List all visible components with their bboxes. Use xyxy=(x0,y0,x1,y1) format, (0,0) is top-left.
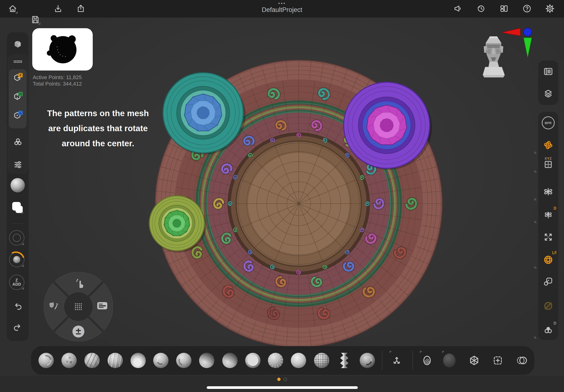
mesh-tool-icon xyxy=(13,72,23,83)
adjustments-button[interactable] xyxy=(12,159,24,170)
help-button[interactable] xyxy=(522,3,533,14)
frame-view-button[interactable] xyxy=(538,232,558,242)
draw-size-ring xyxy=(9,230,24,245)
lightbox-floor-button[interactable]: LF xyxy=(538,254,558,265)
bpr-label: BPR xyxy=(545,121,552,125)
smooth-brush-button[interactable] xyxy=(443,354,455,367)
quick-nav-wheel: ± xyxy=(44,272,113,341)
color-swatch-front xyxy=(15,206,23,213)
brush-snake-hook[interactable] xyxy=(268,353,283,368)
local-symmetry-button[interactable] xyxy=(538,160,558,169)
top-toolbar: ••• DefaultProject xyxy=(0,0,564,17)
brush-inflate[interactable] xyxy=(291,353,306,368)
brush-bulge[interactable] xyxy=(130,353,146,368)
megaphone-icon xyxy=(453,4,463,13)
thumbnail-silhouette xyxy=(32,28,93,70)
wheel-zoom-segment[interactable]: ± xyxy=(72,325,84,337)
share-icon xyxy=(76,4,85,13)
dynamesh-button[interactable] xyxy=(468,354,480,367)
redo-button[interactable] xyxy=(12,322,23,333)
zadd-mode-button[interactable]: Z ADD xyxy=(9,275,24,290)
undo-button[interactable] xyxy=(12,301,23,312)
tool-slot-mesh[interactable] xyxy=(12,72,24,84)
wheel-panel-segment[interactable] xyxy=(97,302,107,309)
brush-trim-angle[interactable] xyxy=(222,353,237,368)
radial-symmetry-button[interactable] xyxy=(516,354,528,367)
intensity-arc xyxy=(8,251,26,269)
save-button[interactable] xyxy=(30,14,41,25)
layout-icon xyxy=(499,4,509,13)
subtool-hexagons-button[interactable] xyxy=(12,136,24,148)
polypaint-badge: D xyxy=(553,321,556,325)
brush-clay-rock[interactable] xyxy=(61,353,77,368)
polypaint-button[interactable]: D xyxy=(538,325,558,335)
import-button[interactable] xyxy=(53,3,64,14)
move-gizmo-button[interactable] xyxy=(390,354,403,367)
color-swatch-button[interactable] xyxy=(12,202,24,214)
page-dot-2[interactable] xyxy=(283,378,287,381)
brush-swirl-buildup[interactable] xyxy=(39,353,54,368)
layout-button[interactable] xyxy=(498,3,509,14)
plus-minus-label: ± xyxy=(76,326,81,336)
layers-button[interactable] xyxy=(538,88,558,99)
panels-button[interactable] xyxy=(538,66,558,77)
lf-badge: LF xyxy=(552,251,557,255)
tutorial-caption: The patterns on the mesh are duplicates … xyxy=(33,106,163,151)
zadd-z-label: Z xyxy=(15,278,18,282)
project-title[interactable]: DefaultProject xyxy=(262,6,302,14)
brush-wave-pinch[interactable] xyxy=(153,353,168,368)
gizmo-cube-icon xyxy=(13,40,23,50)
brush-trim-side[interactable] xyxy=(199,353,214,368)
brush-hard-notch[interactable] xyxy=(336,353,352,368)
brush-cross-hatch[interactable] xyxy=(84,353,100,368)
tool-slot-gizmo[interactable] xyxy=(12,110,24,121)
mask-brush-button[interactable] xyxy=(421,354,433,367)
bpr-render-button[interactable]: BPR xyxy=(538,117,558,129)
z-axis-dot[interactable] xyxy=(524,28,532,36)
gear-icon xyxy=(545,4,555,13)
perspective-toggle-button[interactable] xyxy=(538,301,558,311)
caption-line-1: The patterns on the mesh xyxy=(33,106,163,121)
smooth-sphere-icon xyxy=(443,353,455,367)
gizmo-symmetry-button[interactable] xyxy=(538,140,558,150)
brush-flatten-disc[interactable] xyxy=(245,353,261,368)
dots-grid-icon xyxy=(13,56,23,67)
brushbar-divider xyxy=(413,351,413,370)
page-dots[interactable] xyxy=(277,378,287,381)
brush-wire-mesh[interactable] xyxy=(314,353,329,368)
perspective-off-icon xyxy=(543,301,553,311)
history-button[interactable] xyxy=(476,3,487,14)
symmetry-gizmo-icon xyxy=(543,140,553,150)
add-subtool-button[interactable] xyxy=(492,354,504,367)
brushbar-divider xyxy=(382,351,382,370)
duplicate-symmetry-button[interactable]: D xyxy=(538,209,558,220)
camera-orientation-gizmo[interactable] xyxy=(480,26,535,85)
home-button[interactable] xyxy=(7,3,18,14)
draw-size-dial[interactable] xyxy=(9,230,24,245)
settings-button[interactable] xyxy=(544,3,555,14)
intensity-dial[interactable] xyxy=(9,252,24,267)
home-indicator[interactable] xyxy=(207,386,358,389)
announcements-button[interactable] xyxy=(452,3,463,14)
panel-lines-icon xyxy=(543,66,553,77)
brush-stripes[interactable] xyxy=(108,353,123,368)
import-icon xyxy=(53,4,63,13)
tool-thumbnail[interactable] xyxy=(32,28,93,70)
brush-swirl-smudge[interactable] xyxy=(176,353,192,368)
material-sphere-button[interactable] xyxy=(11,178,25,192)
x-axis-arrow[interactable] xyxy=(501,28,520,36)
y-axis-arrow[interactable] xyxy=(524,38,532,57)
share-button[interactable] xyxy=(75,3,86,14)
move-arrows-icon xyxy=(391,355,402,366)
dotted-square-icon xyxy=(543,159,553,170)
brush-spiral[interactable] xyxy=(360,353,375,368)
page-dot-1[interactable] xyxy=(277,378,281,381)
tool-slot-divide[interactable] xyxy=(12,91,24,102)
gizmo-cube-button[interactable] xyxy=(12,39,23,51)
draw-size-icon xyxy=(13,234,21,242)
transform-lasso-button[interactable] xyxy=(538,276,558,287)
drag-dots-handle[interactable] xyxy=(13,59,23,64)
title-menu-dots[interactable]: ••• xyxy=(278,1,286,6)
butterfly-icon xyxy=(543,186,553,197)
symmetry-button[interactable] xyxy=(538,186,558,197)
